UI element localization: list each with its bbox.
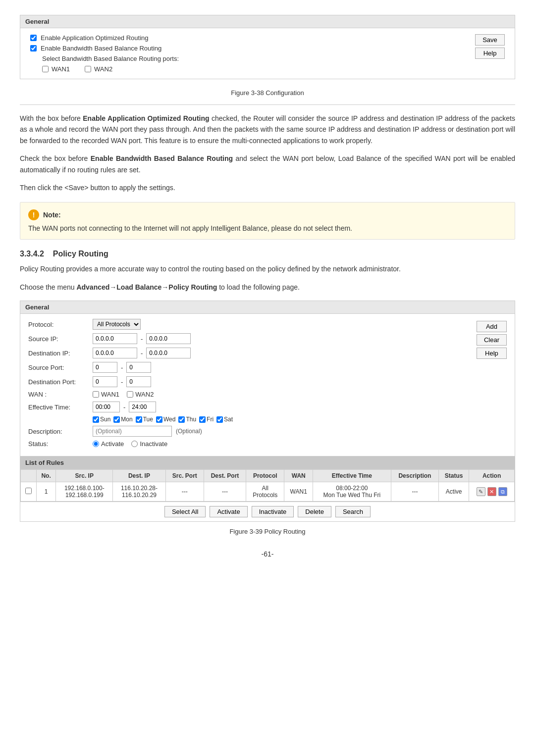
col-dest-port: Dest. Port [204,470,246,482]
row-src-ip: 192.168.0.100- 192.168.0.199 [56,482,113,502]
wan1-label: WAN1 [52,65,70,73]
bandwidth-balance-row: Enable Bandwidth Based Balance Routing [30,45,465,52]
row-desc: --- [391,482,439,502]
eff-time-sep: - [123,403,125,411]
app-optimized-row: Enable Application Optimized Routing [30,34,465,42]
dest-port-to[interactable] [126,376,151,387]
row-eff-time: 08:00-22:00 Mon Tue Wed Thu Fri [313,482,391,502]
col-status: Status [439,470,469,482]
wan1-policy-label: WAN1 [101,391,119,398]
app-optimized-label: Enable Application Optimized Routing [41,34,149,42]
day-thu-label: Thu [186,416,196,423]
description-label: Description: [28,428,93,435]
status-field: Activate Inactivate [93,440,167,448]
delete-icon[interactable]: ✕ [487,487,496,496]
app-optimized-checkbox[interactable] [30,35,37,41]
dest-port-sep: - [121,378,123,386]
day-fri: Fri [199,416,214,423]
protocol-select[interactable]: All Protocols TCP UDP ICMP [93,319,141,330]
edit-icon[interactable]: ✎ [477,487,485,496]
note-header: ! Note: [28,209,507,220]
col-src-ip: Src. IP [56,470,113,482]
source-port-from[interactable] [93,362,117,373]
table-buttons-row: Select All Activate Inactivate Delete Se… [20,502,515,521]
day-sat-checkbox[interactable] [216,416,223,423]
source-ip-label: Source IP: [28,335,93,343]
source-port-row: Source Port: - [28,362,469,373]
wan-selection-row: WAN1 WAN2 [42,65,465,73]
source-ip-to[interactable] [146,333,191,344]
effective-time-row: Effective Time: - [28,402,469,412]
day-tue-checkbox[interactable] [136,416,142,423]
dest-ip-row: Destination IP: - [28,348,469,358]
optional-hint: (Optional) [176,428,202,435]
day-sun-label: Sun [100,416,110,423]
day-wed-label: Wed [163,416,175,423]
delete-button[interactable]: Delete [298,506,331,517]
day-sun: Sun [93,416,110,423]
search-button[interactable]: Search [335,506,371,517]
body-text-2: Check the box before Enable Bandwidth Ba… [20,153,515,175]
wan2-policy-label: WAN2 [135,391,154,398]
day-sun-checkbox[interactable] [93,416,99,423]
source-port-to[interactable] [126,362,151,373]
policy-routing-header: General [20,301,515,314]
wan2-policy-checkbox[interactable] [127,391,133,398]
select-all-button[interactable]: Select All [164,506,206,517]
effective-time-field: - [93,402,156,412]
policy-routing-body: Protocol: All Protocols TCP UDP ICMP Sou… [20,314,515,456]
day-wed-checkbox[interactable] [156,416,162,423]
source-port-label: Source Port: [28,364,93,371]
col-src-port: Src. Port [165,470,204,482]
dest-ip-from[interactable] [93,348,137,358]
row-src-port: --- [165,482,204,502]
dest-ip-field: - [93,348,191,358]
eff-time-from[interactable] [93,402,120,412]
copy-icon[interactable]: ⧉ [498,487,507,496]
dest-ip-to[interactable] [146,348,191,358]
rules-table: No. Src. IP Dest. IP Src. Port Dest. Por… [20,469,515,502]
day-tue: Tue [136,416,153,423]
day-wed: Wed [156,416,175,423]
source-port-sep: - [121,364,123,371]
protocol-field: All Protocols TCP UDP ICMP [93,319,141,330]
day-mon: Mon [113,416,132,423]
policy-help-button[interactable]: Help [477,348,507,359]
source-ip-field: - [93,333,191,344]
source-ip-from[interactable] [93,333,137,344]
activate-label: Activate [101,440,124,448]
source-port-field: - [93,362,151,373]
row-protocol: AllProtocols [246,482,284,502]
help-button[interactable]: Help [475,48,505,59]
row-status: Active [439,482,469,502]
description-input[interactable] [93,426,172,437]
day-mon-checkbox[interactable] [113,416,120,423]
wan2-checkbox[interactable] [85,66,91,72]
policy-routing-box: General Protocol: All Protocols TCP UDP … [20,301,515,522]
inactivate-button[interactable]: Inactivate [252,506,294,517]
save-button[interactable]: Save [475,34,505,46]
dest-port-from[interactable] [93,376,117,387]
status-label: Status: [28,440,93,448]
divider1 [20,104,515,105]
col-protocol: Protocol [246,470,284,482]
status-activate-radio[interactable] [93,441,99,447]
policy-menu-text: Choose the menu Advanced→Load Balance→Po… [20,282,515,293]
add-button[interactable]: Add [477,321,507,332]
row-checkbox[interactable] [25,488,32,494]
col-dest-ip: Dest. IP [113,470,166,482]
status-inactivate-radio[interactable] [131,441,138,447]
inactivate-label: Inactivate [140,440,167,448]
row-no: 1 [36,482,56,502]
activate-button[interactable]: Activate [210,506,247,517]
day-thu-checkbox[interactable] [178,416,185,423]
wan1-policy-checkbox[interactable] [93,391,99,398]
body-text-1: With the box before Enable Application O… [20,113,515,146]
eff-time-to[interactable] [129,402,156,412]
day-fri-checkbox[interactable] [199,416,206,423]
day-sat-label: Sat [224,416,233,423]
general-config-left: Enable Application Optimized Routing Ena… [30,34,465,73]
bandwidth-balance-checkbox[interactable] [30,45,37,51]
clear-button[interactable]: Clear [477,334,507,346]
wan1-checkbox[interactable] [42,66,49,72]
